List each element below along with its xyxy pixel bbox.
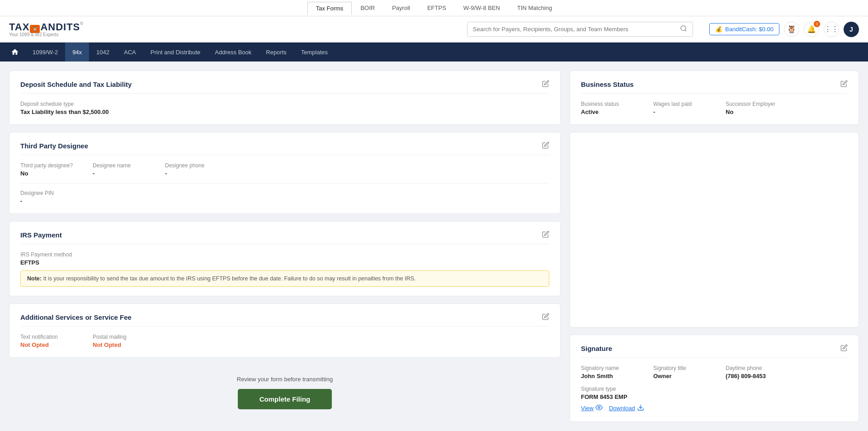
deposit-schedule-card: Deposit Schedule and Tax Liability Depos…	[9, 71, 561, 125]
signature-type-label: Signature type	[581, 386, 848, 392]
deposit-schedule-title: Deposit Schedule and Tax Liability	[20, 81, 132, 88]
additional-services-header: Additional Services or Service Fee	[20, 313, 549, 327]
irs-payment-edit-icon[interactable]	[542, 231, 549, 239]
postal-mailing-value: Not Opted	[93, 341, 147, 348]
daytime-phone-value: (786) 809-8453	[726, 373, 780, 379]
eye-icon	[595, 404, 603, 412]
search-bar[interactable]	[467, 22, 693, 37]
svg-point-0	[681, 26, 686, 31]
header: TAX🦉ANDITS© Your 1099 & W2 Experts 💰 Ban…	[0, 16, 868, 43]
irs-note-prefix: Note:	[27, 275, 42, 282]
wages-last-paid-label: Wages last paid	[653, 101, 708, 107]
third-party-designee-value: No	[20, 170, 75, 177]
footer-section: Review your form before transmitting Com…	[9, 365, 561, 414]
successor-employer-label: Successor Employer	[726, 101, 780, 107]
logo-text: TAX🦉ANDITS©	[9, 21, 84, 33]
logo-bandits: ANDITS	[40, 21, 80, 33]
signature-header: Signature	[581, 344, 848, 358]
signature-view-link[interactable]: View	[581, 404, 603, 412]
signature-type-value: FORM 8453 EMP	[581, 393, 848, 400]
signatory-title-label: Signatory title	[653, 365, 708, 371]
content-area: Deposit Schedule and Tax Liability Depos…	[0, 62, 868, 431]
top-nav-bar: Tax Forms BOIR Payroll EFTPS W-9/W-8 BEN…	[0, 0, 868, 16]
postal-mailing-label: Postal mailing	[93, 334, 147, 340]
daytime-phone-label: Daytime phone	[726, 365, 780, 371]
third-party-header: Third Party Designee	[20, 142, 549, 155]
irs-payment-card: IRS Payment IRS Payment method EFTPS Not…	[9, 221, 561, 296]
notification-button[interactable]: 🔔 0	[804, 22, 819, 37]
home-nav-button[interactable]	[5, 48, 25, 56]
top-nav-eftps[interactable]: EFTPS	[419, 1, 455, 14]
designee-pin-value: -	[20, 198, 549, 204]
top-nav-w9[interactable]: W-9/W-8 BEN	[455, 1, 509, 14]
daytime-phone-group: Daytime phone (786) 809-8453	[726, 365, 780, 379]
nav-1042[interactable]: 1042	[89, 43, 117, 62]
top-nav-tin-matching[interactable]: TIN Matching	[509, 1, 561, 14]
signature-fields-row: Signatory name John Smith Signatory titl…	[581, 365, 848, 379]
search-icon	[680, 25, 687, 33]
nav-print-distribute[interactable]: Print and Distribute	[143, 43, 208, 62]
signature-card: Signature Signatory name John Smith Sign…	[570, 335, 859, 422]
top-nav-tax-forms[interactable]: Tax Forms	[307, 2, 352, 15]
business-status-card: Business Status Business status Active W…	[570, 71, 859, 125]
signature-type-group: Signature type FORM 8453 EMP	[581, 386, 848, 400]
main-nav: 1099/W-2 94x 1042 ACA Print and Distribu…	[0, 43, 868, 62]
deposit-type-label: Deposit schedule type	[20, 101, 549, 107]
user-avatar[interactable]: J	[844, 22, 859, 37]
right-col-spacer	[570, 132, 859, 327]
review-note: Review your form before transmitting	[9, 376, 561, 383]
signature-title: Signature	[581, 345, 612, 352]
top-nav-boir[interactable]: BOIR	[352, 1, 383, 14]
logo-trademark: ©	[80, 21, 84, 26]
additional-services-title: Additional Services or Service Fee	[20, 313, 132, 321]
text-notification-value: Not Opted	[20, 341, 75, 348]
irs-payment-title: IRS Payment	[20, 231, 62, 239]
deposit-type-value: Tax Liability less than $2,500.00	[20, 109, 549, 115]
designee-name-value: -	[93, 170, 147, 177]
deposit-schedule-edit-icon[interactable]	[542, 80, 549, 89]
nav-1099-w2[interactable]: 1099/W-2	[25, 43, 65, 62]
nav-templates[interactable]: Templates	[294, 43, 335, 62]
third-party-divider	[20, 183, 549, 184]
successor-employer-group: Successor Employer No	[726, 101, 780, 115]
irs-method-value: EFTPS	[20, 259, 549, 266]
left-column: Deposit Schedule and Tax Liability Depos…	[9, 71, 561, 422]
bandit-cash-button[interactable]: 💰 BanditCash: $0.00	[709, 23, 779, 35]
signature-download-link[interactable]: Download	[609, 404, 644, 412]
apps-button[interactable]: ⋮⋮	[824, 22, 839, 37]
search-input[interactable]	[473, 26, 677, 33]
third-party-fields-row: Third party designee? No Designee name -…	[20, 162, 549, 177]
additional-services-edit-icon[interactable]	[542, 313, 549, 322]
owl-icon-button[interactable]: 🦉	[784, 22, 799, 37]
business-status-edit-icon[interactable]	[840, 80, 848, 89]
signatory-name-group: Signatory name John Smith	[581, 365, 635, 379]
nav-reports[interactable]: Reports	[259, 43, 294, 62]
deposit-type-group: Deposit schedule type Tax Liability less…	[20, 101, 549, 115]
signatory-title-group: Signatory title Owner	[653, 365, 708, 379]
grid-icon: ⋮⋮	[824, 25, 839, 33]
top-nav-payroll[interactable]: Payroll	[383, 1, 419, 14]
nav-94x[interactable]: 94x	[65, 43, 89, 62]
logo-subtitle: Your 1099 & W2 Experts	[9, 32, 58, 37]
text-notification-label: Text notification	[20, 334, 75, 340]
business-status-title: Business Status	[581, 81, 634, 88]
nav-address-book[interactable]: Address Book	[208, 43, 259, 62]
notification-badge: 0	[814, 21, 820, 27]
bandit-cash-label: BanditCash: $0.00	[725, 26, 774, 33]
third-party-card: Third Party Designee Third party designe…	[9, 132, 561, 214]
third-party-title: Third Party Designee	[20, 142, 88, 150]
irs-method-label: IRS Payment method	[20, 251, 549, 258]
business-status-fields: Business status Active Wages last paid -…	[581, 101, 848, 115]
business-status-label: Business status	[581, 101, 635, 107]
nav-aca[interactable]: ACA	[117, 43, 143, 62]
header-right: 💰 BanditCash: $0.00 🦉 🔔 0 ⋮⋮ J	[709, 22, 859, 37]
irs-note-text: It is your responsibility to send the ta…	[43, 275, 415, 282]
third-party-edit-icon[interactable]	[542, 142, 549, 150]
third-party-designee-group: Third party designee? No	[20, 162, 75, 177]
designee-phone-value: -	[165, 170, 219, 177]
wages-last-paid-group: Wages last paid -	[653, 101, 708, 115]
signature-edit-icon[interactable]	[840, 344, 848, 353]
irs-payment-header: IRS Payment	[20, 231, 549, 244]
view-label: View	[581, 405, 594, 412]
complete-filing-button[interactable]: Complete Filing	[238, 389, 332, 409]
